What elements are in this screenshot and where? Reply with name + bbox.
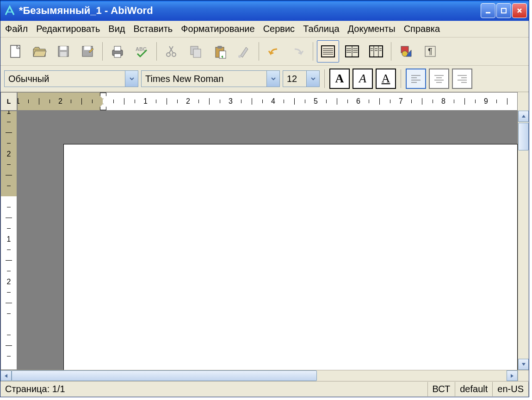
separator [259,42,259,61]
menu-insert[interactable]: Вставить [134,24,173,34]
size-value: 12 [283,71,306,87]
svg-rect-9 [114,46,121,51]
vertical-ruler[interactable]: 2112 [0,111,17,370]
separator [313,42,313,61]
svg-rect-10 [114,54,121,57]
style-value: Обычный [5,71,125,87]
window-title: *Безымянный_1 - AbiWord [17,5,481,17]
bold-button[interactable]: A [329,69,350,89]
status-insert[interactable]: ВСТ [428,382,456,396]
svg-rect-20 [322,46,334,57]
minimize-button[interactable] [481,3,495,18]
vertical-scrollbar[interactable] [518,111,529,370]
menu-file[interactable]: Файл [5,24,28,34]
format-painter-button[interactable] [233,40,255,62]
document-view[interactable] [17,111,518,370]
svg-rect-17 [217,46,222,49]
menu-view[interactable]: Вид [108,24,125,34]
scroll-right-button[interactable] [507,370,518,381]
separator [324,69,325,88]
print-button[interactable] [106,40,129,62]
separator [391,42,391,61]
spellcheck-button[interactable]: ABC [130,40,153,62]
columns-2-button[interactable] [341,40,363,62]
scroll-down-button[interactable] [518,359,529,370]
italic-button[interactable]: A [353,69,373,89]
svg-point-43 [402,51,408,56]
window-controls [481,3,527,18]
scroll-left-button[interactable] [0,370,12,381]
svg-rect-15 [193,49,201,57]
status-lang[interactable]: en-US [493,382,529,396]
close-button[interactable] [512,3,527,18]
open-button[interactable] [28,40,50,62]
svg-rect-5 [60,52,67,56]
save-as-button[interactable] [76,40,99,62]
svg-point-12 [167,53,170,56]
svg-text:¶: ¶ [428,47,433,56]
titlebar[interactable]: *Безымянный_1 - AbiWord [0,0,529,21]
svg-rect-4 [60,46,67,50]
cut-button[interactable] [161,40,183,62]
align-right-button[interactable] [452,69,472,89]
page[interactable] [63,144,518,370]
maximize-button[interactable] [496,3,511,18]
separator [156,42,157,61]
scroll-thumb[interactable] [12,370,317,381]
status-style[interactable]: default [455,382,493,396]
horizontal-ruler[interactable]: 2112345678910 [17,92,518,111]
horizontal-ruler-row: L 2112345678910 [0,92,529,111]
format-toolbar: Обычный Times New Roman 12 A A A [0,66,529,92]
scroll-up-button[interactable] [518,111,529,122]
status-page: Страница: 1/1 [0,382,428,396]
copy-button[interactable] [185,40,207,62]
menubar: Файл Редактировать Вид Вставить Форматир… [0,21,529,38]
size-combo[interactable]: 12 [283,70,320,87]
svg-rect-7 [84,46,91,50]
svg-rect-0 [486,12,490,13]
columns-1-button[interactable] [317,40,339,62]
work-area: L 2112345678910 2112 [0,92,529,381]
separator [102,42,103,61]
insert-shape-button[interactable] [395,40,417,62]
style-combo[interactable]: Обычный [4,70,138,87]
svg-rect-33 [370,46,383,57]
underline-button[interactable]: A [376,69,396,89]
menu-edit[interactable]: Редактировать [36,24,100,34]
align-left-button[interactable] [406,69,426,89]
menu-documents[interactable]: Документы [348,24,396,34]
show-paragraph-button[interactable]: ¶ [419,40,441,62]
chevron-down-icon[interactable] [125,71,138,87]
columns-3-button[interactable] [365,40,387,62]
chevron-down-icon[interactable] [306,71,319,87]
ruler-corner[interactable]: L [0,92,17,111]
app-icon [2,3,17,18]
separator [401,69,401,88]
new-button[interactable] [4,40,26,62]
redo-button[interactable] [287,40,309,62]
save-button[interactable] [52,40,74,62]
app-window: *Безымянный_1 - AbiWord Файл Редактирова… [0,0,529,397]
chevron-down-icon[interactable] [266,71,279,87]
scroll-thumb[interactable] [518,123,529,150]
statusbar: Страница: 1/1 ВСТ default en-US [0,381,529,397]
main-toolbar: ABC ¶ [0,38,529,66]
font-value: Times New Roman [142,71,266,87]
paste-button[interactable] [209,40,231,62]
align-center-button[interactable] [429,69,449,89]
menu-table[interactable]: Таблица [303,24,339,34]
menu-format[interactable]: Форматирование [181,24,254,34]
svg-rect-1 [501,8,506,13]
undo-button[interactable] [263,40,285,62]
menu-tools[interactable]: Сервис [263,24,295,34]
font-combo[interactable]: Times New Roman [141,70,280,87]
svg-point-19 [238,55,241,58]
horizontal-scrollbar[interactable] [0,370,529,381]
document-wrap: 2112 [0,111,529,370]
svg-point-13 [172,53,176,56]
menu-help[interactable]: Справка [404,24,440,34]
